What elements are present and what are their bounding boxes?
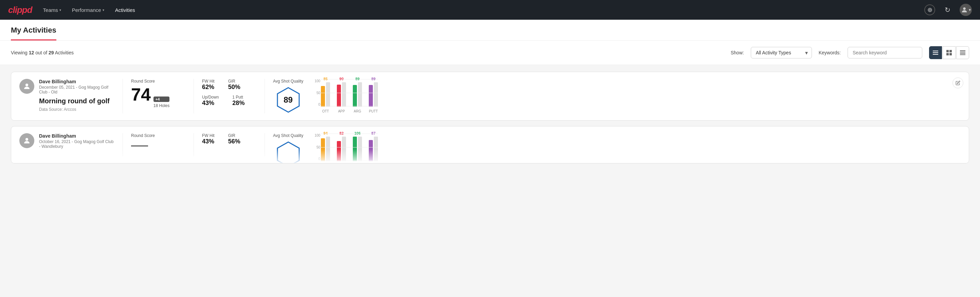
svg-rect-9 (960, 52, 966, 52)
stats-section: FW Hit 43% GIR 56% (202, 133, 256, 145)
ott-bar-container (321, 82, 330, 107)
score-number: 74 (131, 86, 151, 103)
gir-label: GIR (228, 133, 240, 138)
putt-value: 87 (371, 131, 375, 135)
view-list-button[interactable] (956, 46, 969, 59)
filter-bar: Viewing 12 out of 29 Activities Show: Al… (0, 41, 980, 65)
fw-hit-value: 62% (202, 84, 215, 91)
divider (123, 79, 123, 113)
quality-section: Avg Shot Quality 89 (273, 79, 961, 113)
nav-performance-label: Performance (72, 7, 101, 13)
gir-stat: GIR 50% (228, 79, 240, 91)
view-grid-button[interactable] (943, 46, 956, 59)
arg-bg-bar (358, 82, 362, 107)
ott-label: OTT (322, 109, 329, 113)
logo[interactable]: clippd (8, 5, 32, 15)
ott-value: 94 (324, 131, 328, 135)
edit-button[interactable] (953, 77, 963, 88)
app-bg-bar (342, 82, 346, 107)
nav-performance[interactable]: Performance ▾ (72, 6, 104, 14)
activity-type-select[interactable]: All Activity Types (751, 47, 812, 59)
activities-list: Dave Billingham December 05, 2021 - Gog … (0, 65, 980, 170)
fw-hit-stat: FW Hit 43% (202, 133, 215, 145)
svg-rect-2 (933, 52, 938, 53)
round-score-label: Round Score (131, 79, 185, 84)
bar-group-ott: 85 OTT (321, 77, 330, 113)
round-score-label: Round Score (131, 133, 185, 138)
activity-title: Morning round of golf (39, 97, 115, 105)
nav-activities[interactable]: Activities (115, 6, 135, 14)
fade-overlay (11, 150, 969, 163)
view-dense-list-button[interactable] (929, 46, 942, 59)
hexagon: 89 (275, 86, 302, 113)
card-info: Dave Billingham October 16, 2021 - Gog M… (39, 133, 115, 152)
up-down-value: 43% (202, 99, 219, 107)
svg-point-12 (25, 84, 28, 86)
app-label: APP (338, 109, 345, 113)
stats-section: FW Hit 62% GIR 50% Up/Down 43% 1 Putt 28… (202, 79, 256, 107)
app-bar-container (337, 82, 346, 107)
page-title: My Activities (11, 26, 56, 40)
putt-label: PUTT (369, 109, 378, 113)
activity-date: October 16, 2021 - Gog Magog Golf Club -… (39, 139, 115, 149)
svg-rect-6 (947, 53, 949, 55)
nav-teams[interactable]: Teams ▾ (43, 6, 61, 14)
svg-point-14 (25, 138, 28, 141)
viewing-text: Viewing 12 out of 29 Activities (11, 50, 74, 55)
ott-bar (321, 86, 325, 107)
avatar (19, 133, 34, 148)
card-left: Dave Billingham October 16, 2021 - Gog M… (19, 133, 115, 152)
nav-activities-label: Activities (115, 7, 135, 13)
y-axis: 100 50 0 (312, 79, 320, 106)
activity-type-select-wrapper: All Activity Types (751, 47, 812, 59)
up-down-label: Up/Down (202, 95, 219, 99)
score-main: 74 +4 18 Holes (131, 86, 185, 108)
svg-rect-10 (960, 53, 966, 54)
avg-shot-quality-label: Avg Shot Quality (273, 133, 303, 138)
fw-hit-label: FW Hit (202, 79, 215, 84)
putt-bg-bar (374, 82, 378, 107)
player-name: Dave Billingham (39, 79, 115, 84)
one-putt-label: 1 Putt (232, 95, 245, 99)
arg-label: ARG (354, 109, 361, 113)
svg-rect-3 (933, 54, 938, 55)
svg-rect-8 (960, 50, 966, 51)
ott-bg-bar (326, 82, 330, 107)
score-main (131, 140, 185, 147)
svg-rect-7 (950, 53, 952, 55)
page-header: My Activities (0, 20, 980, 41)
search-input[interactable] (848, 47, 922, 59)
stats-row-top: FW Hit 62% GIR 50% (202, 79, 256, 91)
bar-group-arg: 89 ARG (353, 77, 362, 113)
card-left: Dave Billingham December 05, 2021 - Gog … (19, 79, 115, 112)
refresh-button[interactable]: ↻ (942, 5, 953, 15)
svg-rect-4 (947, 50, 949, 52)
fw-hit-label: FW Hit (202, 133, 215, 138)
avg-shot-quality-value: 89 (283, 95, 293, 105)
user-avatar[interactable]: ▾ (959, 4, 972, 16)
add-button[interactable]: ⊕ (924, 5, 935, 15)
arg-value: 89 (356, 77, 360, 81)
arg-bar-container (353, 82, 362, 107)
score-section: Round Score (131, 133, 185, 147)
divider (264, 79, 265, 113)
one-putt-value: 28% (232, 99, 245, 107)
bar-chart-container: 100 50 0 85 OTT (312, 79, 378, 113)
ott-value: 85 (324, 77, 328, 81)
view-toggle (929, 46, 969, 59)
avg-shot-quality-label: Avg Shot Quality (273, 79, 303, 84)
one-putt-stat: 1 Putt 28% (232, 95, 245, 107)
fw-hit-stat: FW Hit 62% (202, 79, 215, 91)
nav-icons: ⊕ ↻ ▾ (924, 4, 972, 16)
score-holes: 18 Holes (153, 103, 169, 108)
bar-group-app: 90 APP (337, 77, 346, 113)
putt-bar-container (369, 82, 378, 107)
svg-rect-11 (960, 54, 966, 55)
bar-chart: 85 OTT 90 APP (321, 79, 378, 113)
chevron-down-icon: ▾ (59, 8, 61, 12)
svg-point-0 (963, 8, 966, 10)
app-bar (337, 85, 341, 107)
activity-date: December 05, 2021 - Gog Magog Golf Club … (39, 85, 115, 94)
card-info: Dave Billingham December 05, 2021 - Gog … (39, 79, 115, 112)
score-diff: +4 (153, 96, 169, 102)
